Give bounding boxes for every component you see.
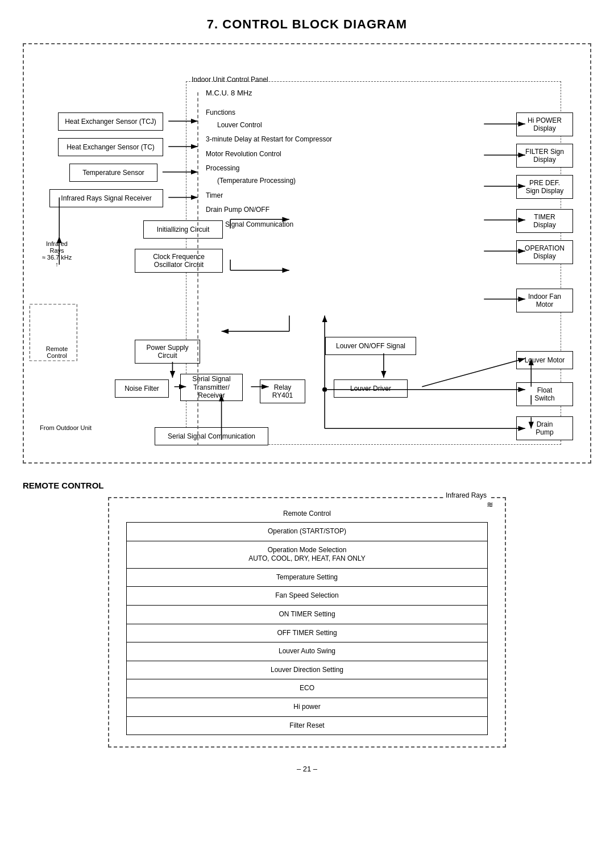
remote-control-diagram-label: RemoteControl bbox=[40, 345, 74, 359]
remote-control-inner-label: Remote Control bbox=[126, 510, 488, 518]
remote-row-eco: ECO bbox=[127, 679, 487, 698]
remote-row-temp-setting: Temperature Setting bbox=[127, 569, 487, 587]
remote-control-inner: Operation (START/STOP) Operation Mode Se… bbox=[126, 522, 488, 735]
compressor-delay: 3-minute Delay at Restart for Compressor bbox=[206, 133, 405, 146]
remote-row-fan-speed: Fan Speed Selection bbox=[127, 587, 487, 606]
float-switch-box: FloatSwitch bbox=[516, 382, 573, 406]
timer-display-box: TIMERDisplay bbox=[516, 209, 573, 233]
remote-row-start-stop: Operation (START/STOP) bbox=[127, 523, 487, 541]
remote-row-louver-direction: Louver Direction Setting bbox=[127, 661, 487, 680]
outdoor-unit-label: From Outdoor Unit bbox=[40, 424, 92, 431]
louver-motor-box: Louver Motor bbox=[516, 351, 573, 369]
power-supply-box: Power SupplyCircuit bbox=[135, 340, 200, 364]
remote-row-off-timer: OFF TIMER Setting bbox=[127, 624, 487, 643]
init-circuit-box: Initiallizing Circuit bbox=[143, 220, 223, 239]
motor-revolution: Motor Revolution Control bbox=[206, 148, 405, 161]
drain-pump-func: Drain Pump ON/OFF bbox=[206, 204, 405, 216]
pre-def-box: PRE DEF.Sign Display bbox=[516, 175, 573, 199]
noise-filter-box: Noise Filter bbox=[115, 379, 169, 398]
functions-area: Functions Louver Control 3-minute Delay … bbox=[206, 107, 405, 231]
temp-sensor-box: Temperature Sensor bbox=[69, 164, 157, 182]
operation-display-box: OPERATIONDisplay bbox=[516, 240, 573, 264]
processing: Processing bbox=[206, 162, 405, 175]
heat-exchanger-tc-box: Heat Exchanger Sensor (TC) bbox=[58, 138, 163, 156]
infrared-rays-remote-label: Infrared Rays bbox=[443, 491, 489, 499]
relay-box: RelayRY401 bbox=[260, 379, 305, 403]
indoor-fan-box: Indoor FanMotor bbox=[516, 289, 573, 312]
louver-onoff-box: Louver ON/OFF Signal bbox=[325, 337, 416, 355]
remote-row-louver-swing: Louver Auto Swing bbox=[127, 642, 487, 661]
page-number: – 21 – bbox=[23, 765, 591, 773]
clock-oscillator-box: Clock FrequenceOscillator Circuit bbox=[135, 249, 223, 273]
infrared-rays-label: InfraredRays≈ 36.7 kHz ↑ bbox=[40, 240, 74, 268]
block-diagram: Indoor Unit Control Panel M.C.U. 8 MHz F… bbox=[23, 43, 591, 464]
remote-row-hi-power: Hi power bbox=[127, 698, 487, 717]
heat-exchanger-tcj-box: Heat Exchanger Sensor (TCJ) bbox=[58, 112, 163, 131]
louver-driver-box: Louver Driver bbox=[334, 379, 408, 398]
mcu-label: M.C.U. 8 MHz bbox=[206, 89, 252, 97]
infrared-receiver-box: Infrared Rays Signal Receiver bbox=[49, 189, 163, 207]
remote-row-on-timer: ON TIMER Setting bbox=[127, 606, 487, 624]
page-title: 7. CONTROL BLOCK DIAGRAM bbox=[23, 17, 591, 32]
indoor-panel-label: Indoor Unit Control Panel bbox=[192, 76, 268, 84]
temp-processing: (Temperature Processing) bbox=[217, 175, 405, 187]
remote-row-filter-reset: Filter Reset bbox=[127, 717, 487, 735]
remote-control-dashed-border: Remote Control Operation (START/STOP) Op… bbox=[108, 497, 506, 748]
remote-row-mode-selection: Operation Mode SelectionAUTO, COOL, DRY,… bbox=[127, 541, 487, 569]
serial-comm-bottom-box: Serial Signal Communication bbox=[155, 427, 268, 445]
drain-pump-box: DrainPump bbox=[516, 416, 573, 440]
infrared-signal-icon: ≋ bbox=[487, 500, 493, 509]
functions-title: Functions bbox=[206, 107, 405, 119]
serial-transmitter-box: Serial SignalTransmitter/Receiver bbox=[180, 374, 243, 401]
serial-signal-func: Serial Signal Communication bbox=[206, 219, 405, 231]
filter-sign-box: FILTER SignDisplay bbox=[516, 144, 573, 168]
remote-control-title: REMOTE CONTROL bbox=[23, 481, 591, 490]
hi-power-box: Hi POWERDisplay bbox=[516, 112, 573, 136]
remote-control-section: REMOTE CONTROL Infrared Rays ≋ Remote Co… bbox=[23, 481, 591, 748]
timer-func: Timer bbox=[206, 190, 405, 202]
louver-control: Louver Control bbox=[217, 119, 405, 132]
